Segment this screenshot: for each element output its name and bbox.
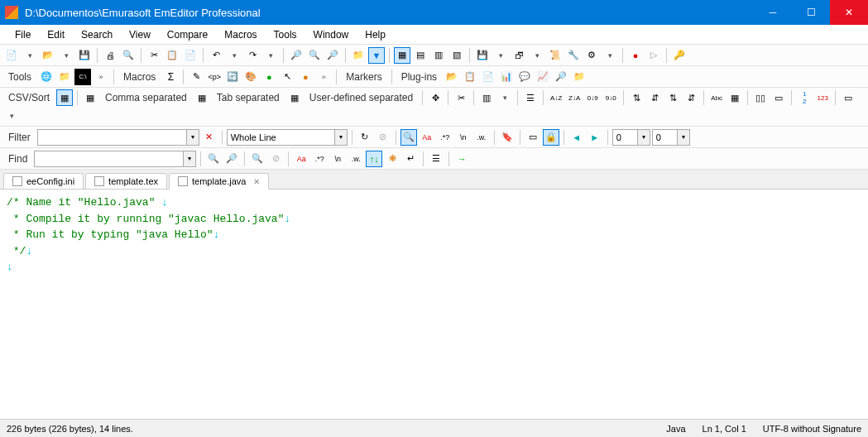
menu-compare[interactable]: Compare bbox=[161, 27, 214, 42]
go-icon[interactable]: → bbox=[453, 151, 470, 167]
find-combo[interactable]: ▾ bbox=[34, 151, 196, 167]
regex-icon[interactable]: .*? bbox=[437, 129, 453, 146]
menu-search[interactable]: Search bbox=[74, 27, 119, 42]
menu-window[interactable]: Window bbox=[307, 27, 356, 42]
num-icon[interactable]: 12 bbox=[796, 89, 813, 106]
user-icon[interactable]: ▦ bbox=[286, 89, 303, 106]
preview-icon[interactable]: 🔍 bbox=[120, 47, 137, 64]
view-icon[interactable]: ▥ bbox=[430, 47, 447, 64]
view-icon[interactable]: ▭ bbox=[770, 89, 787, 106]
go-icon[interactable]: ● bbox=[261, 69, 277, 85]
view-icon[interactable]: ▯▯ bbox=[752, 89, 769, 106]
filter-icon[interactable]: ▼ bbox=[368, 47, 385, 64]
record-icon[interactable]: ● bbox=[627, 47, 644, 64]
dropdown-icon[interactable]: ▾ bbox=[3, 108, 20, 124]
dropdown-icon[interactable]: ▾ bbox=[529, 47, 545, 64]
close-button[interactable]: ✕ bbox=[830, 0, 868, 25]
minimize-button[interactable]: ─ bbox=[754, 0, 792, 25]
plugin-icon[interactable]: 📈 bbox=[535, 69, 551, 85]
clear-icon[interactable]: ✕ bbox=[201, 129, 218, 146]
plugin-icon[interactable]: 📊 bbox=[498, 69, 515, 85]
cmd-icon[interactable]: C:\ bbox=[74, 69, 91, 85]
num-icon[interactable]: 123 bbox=[814, 89, 831, 106]
list-icon[interactable]: ☰ bbox=[428, 151, 444, 167]
columns-icon[interactable]: ▥ bbox=[478, 89, 495, 106]
scope-combo[interactable]: ▾ bbox=[227, 129, 348, 146]
sort-icon[interactable]: ⇅ bbox=[628, 89, 645, 106]
redo-icon[interactable]: ↷ bbox=[244, 47, 261, 64]
find-prev-icon[interactable]: 🔍 bbox=[205, 151, 222, 167]
user-label[interactable]: User-defined separated bbox=[305, 92, 418, 103]
menu-tools[interactable]: Tools bbox=[267, 27, 304, 42]
close-tab-icon[interactable]: ✕ bbox=[253, 177, 260, 186]
view-grid-icon[interactable]: ▦ bbox=[394, 47, 410, 64]
paste-icon[interactable]: 📄 bbox=[182, 47, 199, 64]
find-input[interactable] bbox=[34, 151, 183, 167]
scope-input[interactable] bbox=[227, 129, 334, 146]
dropdown-icon[interactable]: ▾ bbox=[226, 47, 242, 64]
ie-icon[interactable]: 🌐 bbox=[38, 69, 55, 85]
dropdown-icon[interactable]: ▾ bbox=[602, 47, 618, 64]
open-file-icon[interactable]: 📂 bbox=[40, 47, 56, 64]
dot-icon[interactable]: ● bbox=[297, 69, 314, 85]
highlight-icon[interactable]: ❋ bbox=[384, 151, 400, 167]
find-in-files-icon[interactable]: 📁 bbox=[350, 47, 367, 64]
lock-icon[interactable]: 🔒 bbox=[543, 129, 559, 146]
menu-macros[interactable]: Macros bbox=[218, 27, 263, 42]
comma-label[interactable]: Comma separated bbox=[100, 92, 192, 103]
dropdown-icon[interactable]: ▾ bbox=[492, 47, 509, 64]
spinner-icon[interactable]: ▾ bbox=[637, 129, 650, 146]
sort-desc-icon[interactable]: 9↓0 bbox=[602, 89, 619, 106]
more-icon[interactable]: » bbox=[315, 69, 332, 85]
cancel-icon[interactable]: ⊘ bbox=[375, 129, 391, 146]
maximize-button[interactable]: ☐ bbox=[792, 0, 830, 25]
table-icon[interactable]: ▦ bbox=[727, 89, 743, 106]
tab-icon[interactable]: ▦ bbox=[194, 89, 210, 106]
edit-icon[interactable]: ✎ bbox=[188, 69, 204, 85]
sort-za-icon[interactable]: Z↓A bbox=[566, 89, 583, 106]
dropdown-icon[interactable]: ▾ bbox=[58, 47, 74, 64]
cut-icon[interactable]: ✂ bbox=[146, 47, 162, 64]
tab-template-java[interactable]: template.java ✕ bbox=[169, 173, 269, 190]
tab-label[interactable]: Tab separated bbox=[212, 92, 285, 103]
wrap-icon[interactable]: ↵ bbox=[402, 151, 419, 167]
escape-icon[interactable]: \n bbox=[455, 129, 472, 146]
dropdown-icon[interactable]: ▾ bbox=[334, 129, 348, 146]
prev-icon[interactable]: ◄ bbox=[568, 129, 585, 146]
copy-icon[interactable]: 📋 bbox=[164, 47, 180, 64]
search-icon[interactable]: 🔍 bbox=[400, 129, 417, 146]
normal-mode-icon[interactable]: ▦ bbox=[56, 89, 73, 106]
menu-file[interactable]: File bbox=[8, 27, 37, 42]
regex-icon[interactable]: .*? bbox=[311, 151, 328, 167]
status-lang[interactable]: Java bbox=[666, 424, 685, 434]
word-icon[interactable]: .w. bbox=[473, 129, 490, 146]
paint-icon[interactable]: 🎨 bbox=[242, 69, 259, 85]
num-input[interactable] bbox=[612, 129, 637, 146]
tab-eeconfig[interactable]: eeConfig.ini bbox=[3, 173, 84, 189]
cut-icon[interactable]: ✂ bbox=[453, 89, 469, 106]
filter-input[interactable] bbox=[37, 129, 186, 146]
more-icon[interactable]: » bbox=[93, 69, 109, 85]
windows-icon[interactable]: 🗗 bbox=[511, 47, 527, 64]
plugin-icon[interactable]: 💬 bbox=[516, 69, 533, 85]
num-combo[interactable]: ▾ bbox=[612, 129, 650, 146]
updown-icon[interactable]: ↑↓ bbox=[366, 151, 382, 167]
p-tag-icon[interactable]: <p> bbox=[206, 69, 223, 85]
tab-template-tex[interactable]: template.tex bbox=[85, 173, 167, 189]
view-icon[interactable]: ▭ bbox=[525, 129, 541, 146]
view-icon[interactable]: ▧ bbox=[448, 47, 465, 64]
comma-icon[interactable]: ▦ bbox=[82, 89, 98, 106]
plugin-icon[interactable]: 🔎 bbox=[553, 69, 569, 85]
spinner-icon[interactable]: ▾ bbox=[677, 129, 690, 146]
save-icon[interactable]: 💾 bbox=[474, 47, 491, 64]
cancel-icon[interactable]: ⊘ bbox=[267, 151, 284, 167]
dropdown-icon[interactable]: ▾ bbox=[186, 129, 199, 146]
view-icon[interactable]: ▭ bbox=[840, 89, 856, 106]
dropdown-icon[interactable]: ▾ bbox=[496, 89, 513, 106]
sort-icon[interactable]: ⇵ bbox=[646, 89, 663, 106]
status-encoding[interactable]: UTF-8 without Signature bbox=[763, 424, 861, 434]
menu-view[interactable]: View bbox=[122, 27, 157, 42]
sort-asc-icon[interactable]: 0↓9 bbox=[584, 89, 601, 106]
case-icon[interactable]: Aa bbox=[419, 129, 435, 146]
menu-help[interactable]: Help bbox=[358, 27, 392, 42]
